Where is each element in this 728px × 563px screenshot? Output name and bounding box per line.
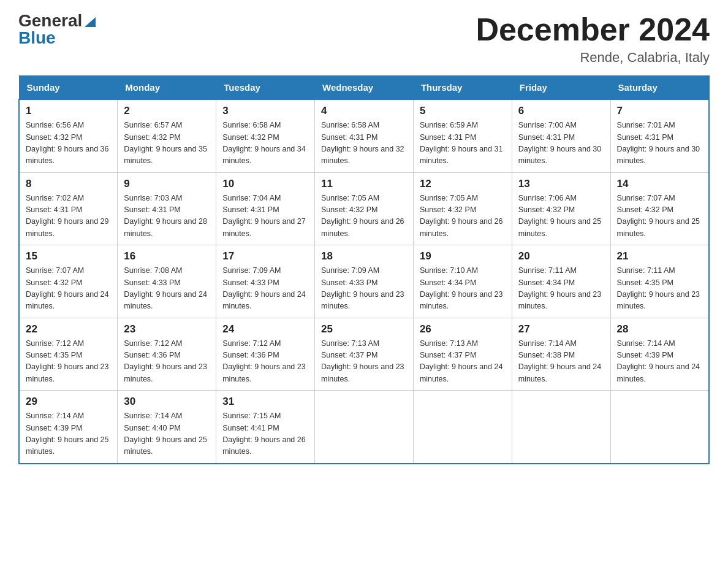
svg-marker-0 bbox=[85, 17, 96, 27]
day-info: Sunrise: 7:14 AMSunset: 4:40 PMDaylight:… bbox=[124, 410, 210, 458]
logo: General Blue bbox=[18, 12, 97, 47]
day-info: Sunrise: 6:57 AMSunset: 4:32 PMDaylight:… bbox=[124, 120, 210, 167]
day-info: Sunrise: 7:11 AMSunset: 4:35 PMDaylight:… bbox=[617, 265, 702, 313]
day-info: Sunrise: 7:01 AMSunset: 4:31 PMDaylight:… bbox=[617, 120, 702, 167]
day-info: Sunrise: 7:11 AMSunset: 4:34 PMDaylight:… bbox=[518, 265, 604, 313]
weekday-header-saturday: Saturday bbox=[610, 76, 709, 100]
day-number: 13 bbox=[518, 178, 604, 190]
day-cell-30: 30 Sunrise: 7:14 AMSunset: 4:40 PMDaylig… bbox=[118, 391, 216, 464]
day-info: Sunrise: 7:02 AMSunset: 4:31 PMDaylight:… bbox=[26, 193, 111, 240]
day-number: 23 bbox=[124, 323, 210, 335]
day-number: 24 bbox=[222, 323, 308, 335]
day-cell-16: 16 Sunrise: 7:08 AMSunset: 4:33 PMDaylig… bbox=[118, 245, 216, 318]
day-info: Sunrise: 7:13 AMSunset: 4:37 PMDaylight:… bbox=[420, 338, 506, 386]
day-cell-26: 26 Sunrise: 7:13 AMSunset: 4:37 PMDaylig… bbox=[413, 318, 512, 391]
day-cell-14: 14 Sunrise: 7:07 AMSunset: 4:32 PMDaylig… bbox=[610, 172, 709, 245]
day-info: Sunrise: 7:09 AMSunset: 4:33 PMDaylight:… bbox=[321, 265, 407, 313]
day-number: 10 bbox=[222, 178, 308, 190]
day-number: 26 bbox=[420, 323, 506, 335]
weekday-header-thursday: Thursday bbox=[413, 76, 512, 100]
day-number: 29 bbox=[26, 396, 111, 408]
weekday-header-monday: Monday bbox=[118, 76, 216, 100]
day-number: 3 bbox=[222, 105, 308, 117]
day-cell-17: 17 Sunrise: 7:09 AMSunset: 4:33 PMDaylig… bbox=[216, 245, 315, 318]
day-info: Sunrise: 7:05 AMSunset: 4:32 PMDaylight:… bbox=[420, 193, 506, 240]
day-number: 31 bbox=[222, 396, 308, 408]
day-number: 9 bbox=[124, 178, 210, 190]
day-cell-18: 18 Sunrise: 7:09 AMSunset: 4:33 PMDaylig… bbox=[315, 245, 414, 318]
day-cell-11: 11 Sunrise: 7:05 AMSunset: 4:32 PMDaylig… bbox=[315, 172, 414, 245]
week-row-4: 22 Sunrise: 7:12 AMSunset: 4:35 PMDaylig… bbox=[19, 318, 709, 391]
day-cell-5: 5 Sunrise: 6:59 AMSunset: 4:31 PMDayligh… bbox=[413, 99, 512, 172]
day-cell-7: 7 Sunrise: 7:01 AMSunset: 4:31 PMDayligh… bbox=[610, 99, 709, 172]
day-info: Sunrise: 6:58 AMSunset: 4:31 PMDaylight:… bbox=[321, 120, 407, 167]
day-cell-23: 23 Sunrise: 7:12 AMSunset: 4:36 PMDaylig… bbox=[118, 318, 216, 391]
weekday-header-wednesday: Wednesday bbox=[315, 76, 414, 100]
day-cell-21: 21 Sunrise: 7:11 AMSunset: 4:35 PMDaylig… bbox=[610, 245, 709, 318]
day-info: Sunrise: 7:15 AMSunset: 4:41 PMDaylight:… bbox=[222, 410, 308, 458]
day-info: Sunrise: 7:07 AMSunset: 4:32 PMDaylight:… bbox=[617, 193, 702, 240]
day-info: Sunrise: 7:06 AMSunset: 4:32 PMDaylight:… bbox=[518, 193, 604, 240]
day-cell-6: 6 Sunrise: 7:00 AMSunset: 4:31 PMDayligh… bbox=[512, 99, 610, 172]
day-info: Sunrise: 7:12 AMSunset: 4:35 PMDaylight:… bbox=[26, 338, 111, 386]
day-number: 25 bbox=[321, 323, 407, 335]
day-number: 15 bbox=[26, 250, 111, 262]
day-cell-22: 22 Sunrise: 7:12 AMSunset: 4:35 PMDaylig… bbox=[19, 318, 118, 391]
day-number: 21 bbox=[617, 250, 702, 262]
day-cell-3: 3 Sunrise: 6:58 AMSunset: 4:32 PMDayligh… bbox=[216, 99, 315, 172]
day-cell-28: 28 Sunrise: 7:14 AMSunset: 4:39 PMDaylig… bbox=[610, 318, 709, 391]
day-info: Sunrise: 7:03 AMSunset: 4:31 PMDaylight:… bbox=[124, 193, 210, 240]
day-info: Sunrise: 7:14 AMSunset: 4:39 PMDaylight:… bbox=[26, 410, 111, 458]
calendar-table: SundayMondayTuesdayWednesdayThursdayFrid… bbox=[18, 75, 710, 464]
day-number: 14 bbox=[617, 178, 702, 190]
day-info: Sunrise: 6:59 AMSunset: 4:31 PMDaylight:… bbox=[420, 120, 506, 167]
empty-cell bbox=[512, 391, 610, 464]
day-cell-27: 27 Sunrise: 7:14 AMSunset: 4:38 PMDaylig… bbox=[512, 318, 610, 391]
day-cell-10: 10 Sunrise: 7:04 AMSunset: 4:31 PMDaylig… bbox=[216, 172, 315, 245]
day-cell-13: 13 Sunrise: 7:06 AMSunset: 4:32 PMDaylig… bbox=[512, 172, 610, 245]
day-number: 12 bbox=[420, 178, 506, 190]
month-title: December 2024 bbox=[476, 12, 710, 47]
day-info: Sunrise: 7:12 AMSunset: 4:36 PMDaylight:… bbox=[124, 338, 210, 386]
day-info: Sunrise: 7:08 AMSunset: 4:33 PMDaylight:… bbox=[124, 265, 210, 313]
day-number: 28 bbox=[617, 323, 702, 335]
day-info: Sunrise: 6:58 AMSunset: 4:32 PMDaylight:… bbox=[222, 120, 308, 167]
day-number: 18 bbox=[321, 250, 407, 262]
day-number: 20 bbox=[518, 250, 604, 262]
day-cell-20: 20 Sunrise: 7:11 AMSunset: 4:34 PMDaylig… bbox=[512, 245, 610, 318]
weekday-header-sunday: Sunday bbox=[19, 76, 118, 100]
day-info: Sunrise: 7:05 AMSunset: 4:32 PMDaylight:… bbox=[321, 193, 407, 240]
day-cell-25: 25 Sunrise: 7:13 AMSunset: 4:37 PMDaylig… bbox=[315, 318, 414, 391]
day-cell-4: 4 Sunrise: 6:58 AMSunset: 4:31 PMDayligh… bbox=[315, 99, 414, 172]
day-cell-12: 12 Sunrise: 7:05 AMSunset: 4:32 PMDaylig… bbox=[413, 172, 512, 245]
empty-cell bbox=[315, 391, 414, 464]
day-info: Sunrise: 7:07 AMSunset: 4:32 PMDaylight:… bbox=[26, 265, 111, 313]
day-info: Sunrise: 7:09 AMSunset: 4:33 PMDaylight:… bbox=[222, 265, 308, 313]
day-number: 1 bbox=[26, 105, 111, 117]
page-header: General Blue December 2024 Rende, Calabr… bbox=[18, 12, 710, 66]
day-cell-24: 24 Sunrise: 7:12 AMSunset: 4:36 PMDaylig… bbox=[216, 318, 315, 391]
day-cell-31: 31 Sunrise: 7:15 AMSunset: 4:41 PMDaylig… bbox=[216, 391, 315, 464]
day-info: Sunrise: 7:04 AMSunset: 4:31 PMDaylight:… bbox=[222, 193, 308, 240]
day-number: 27 bbox=[518, 323, 604, 335]
logo-blue-text: Blue bbox=[18, 29, 56, 47]
day-cell-1: 1 Sunrise: 6:56 AMSunset: 4:32 PMDayligh… bbox=[19, 99, 118, 172]
day-info: Sunrise: 7:13 AMSunset: 4:37 PMDaylight:… bbox=[321, 338, 407, 386]
day-cell-15: 15 Sunrise: 7:07 AMSunset: 4:32 PMDaylig… bbox=[19, 245, 118, 318]
weekday-header-tuesday: Tuesday bbox=[216, 76, 315, 100]
day-cell-19: 19 Sunrise: 7:10 AMSunset: 4:34 PMDaylig… bbox=[413, 245, 512, 318]
day-number: 7 bbox=[617, 105, 702, 117]
day-info: Sunrise: 7:14 AMSunset: 4:38 PMDaylight:… bbox=[518, 338, 604, 386]
week-row-3: 15 Sunrise: 7:07 AMSunset: 4:32 PMDaylig… bbox=[19, 245, 709, 318]
week-row-2: 8 Sunrise: 7:02 AMSunset: 4:31 PMDayligh… bbox=[19, 172, 709, 245]
logo-general-text: General bbox=[18, 12, 82, 29]
day-number: 11 bbox=[321, 178, 407, 190]
day-number: 19 bbox=[420, 250, 506, 262]
day-cell-8: 8 Sunrise: 7:02 AMSunset: 4:31 PMDayligh… bbox=[19, 172, 118, 245]
day-info: Sunrise: 7:14 AMSunset: 4:39 PMDaylight:… bbox=[617, 338, 702, 386]
day-number: 5 bbox=[420, 105, 506, 117]
day-number: 4 bbox=[321, 105, 407, 117]
weekday-header-row: SundayMondayTuesdayWednesdayThursdayFrid… bbox=[19, 76, 709, 100]
week-row-5: 29 Sunrise: 7:14 AMSunset: 4:39 PMDaylig… bbox=[19, 391, 709, 464]
empty-cell bbox=[610, 391, 709, 464]
